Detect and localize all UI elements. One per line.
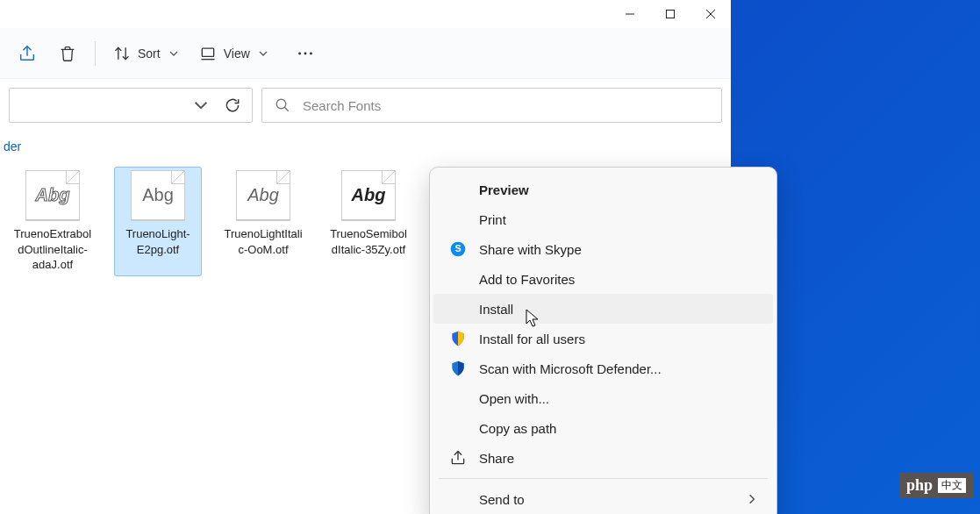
close-button[interactable] [690,0,731,28]
file-name: TruenoLight-E2pg.otf [118,226,198,257]
title-bar [0,0,731,28]
file-item[interactable]: AbgTruenoLight-E2pg.otf [114,167,202,276]
skype-icon: S [449,240,467,258]
minimize-icon [625,9,635,19]
file-item[interactable]: AbgTruenoSemiboldItalic-35Zy.otf [325,167,412,276]
svg-point-7 [304,52,306,54]
search-input[interactable] [303,98,709,113]
menu-label: Copy as path [479,421,757,436]
search-icon [275,97,290,113]
view-button[interactable]: View [190,36,276,71]
more-button[interactable] [287,36,324,71]
view-label: View [224,46,250,61]
close-icon [705,9,716,19]
font-glyph: Abg [352,185,386,205]
file-name: TruenoSemiboldItalic-35Zy.otf [328,226,409,257]
menu-separator [439,478,768,479]
file-item[interactable]: AbgTruenoLightItalic-OoM.otf [219,167,307,276]
share-icon [18,44,37,63]
trash-icon [58,44,77,63]
refresh-icon[interactable] [224,96,241,114]
file-name: TruenoLightItalic-OoM.otf [223,226,304,257]
watermark: php 中文 [899,473,973,498]
chevron-down-icon[interactable] [194,98,208,112]
breadcrumb[interactable]: der [0,132,731,161]
context-menu: PreviewPrintSShare with SkypeAdd to Favo… [429,167,777,514]
share-button[interactable] [9,36,46,71]
menu-item[interactable]: Scan with Microsoft Defender... [433,353,773,383]
svg-rect-1 [667,11,675,18]
shield-blue-icon [449,360,467,377]
menu-item[interactable]: Install [433,294,773,324]
menu-item[interactable]: Copy as path [433,413,773,443]
maximize-icon [665,9,676,19]
svg-line-10 [284,107,289,111]
sort-icon [113,45,131,62]
menu-item[interactable]: Send to [433,484,773,514]
watermark-text: php [906,476,933,495]
font-glyph: Abg [36,185,70,205]
more-icon [296,44,315,63]
sort-label: Sort [138,46,161,61]
share-icon [449,449,467,467]
menu-item[interactable]: Preview [433,175,773,204]
menu-item[interactable]: Install for all users [433,324,773,353]
menu-item[interactable]: Add to Favorites [433,264,773,294]
address-row [0,79,731,132]
address-bar[interactable] [9,88,253,123]
sort-button[interactable]: Sort [104,36,187,71]
toolbar: Sort View [0,28,731,79]
menu-item[interactable]: Print [433,204,773,234]
menu-label: Open with... [479,391,757,406]
menu-item[interactable]: Open with... [433,383,773,413]
font-file-icon: Abg [25,170,80,221]
menu-label: Share with Skype [479,242,757,257]
delete-button[interactable] [49,36,86,71]
menu-label: Share [479,451,757,466]
chevron-down-icon [169,49,178,58]
breadcrumb-text: der [4,139,21,153]
font-file-icon: Abg [341,170,396,221]
maximize-button[interactable] [650,0,690,28]
chevron-right-icon [747,492,757,507]
font-glyph: Abg [142,185,174,205]
shield-yb-icon [449,330,467,347]
search-box[interactable] [261,88,722,123]
svg-point-6 [298,52,301,54]
menu-item[interactable]: Share [433,443,773,473]
svg-text:S: S [454,243,461,253]
menu-label: Send to [479,492,734,507]
svg-point-9 [276,99,286,109]
toolbar-separator [95,41,96,66]
menu-label: Install for all users [479,332,757,346]
menu-label: Add to Favorites [479,272,757,287]
menu-label: Print [479,212,757,227]
file-item[interactable]: AbgTruenoExtraboldOutlineItalic-adaJ.otf [9,167,97,276]
font-file-icon: Abg [131,170,185,221]
file-name: TruenoExtraboldOutlineItalic-adaJ.otf [12,226,93,273]
watermark-badge: 中文 [938,478,966,493]
minimize-button[interactable] [610,0,650,28]
font-glyph: Abg [247,185,279,205]
svg-rect-4 [202,48,213,56]
view-icon [199,45,217,62]
font-file-icon: Abg [236,170,290,221]
svg-point-8 [310,52,312,54]
menu-label: Preview [479,182,757,197]
chevron-down-icon [259,49,268,58]
menu-item[interactable]: SShare with Skype [433,234,773,264]
menu-label: Scan with Microsoft Defender... [479,361,757,376]
menu-label: Install [479,302,757,317]
